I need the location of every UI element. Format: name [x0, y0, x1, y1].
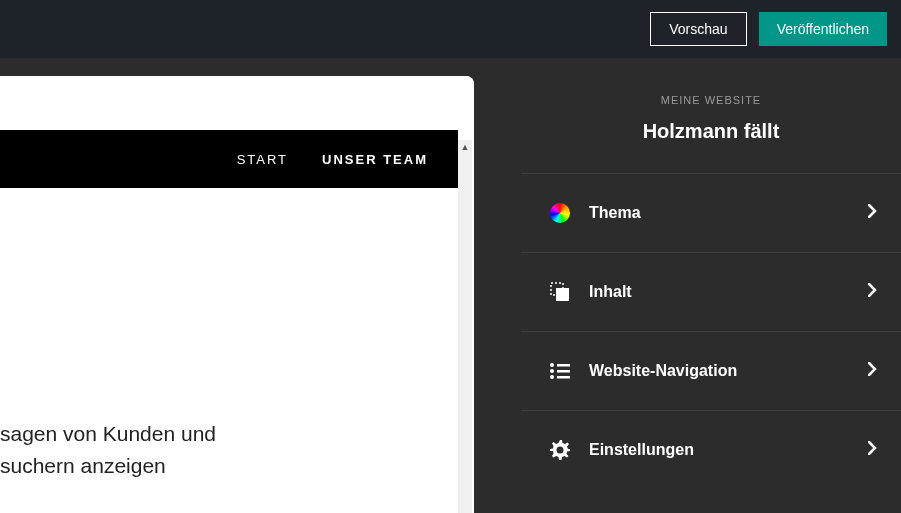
- sidebar-item-settings[interactable]: Einstellungen: [521, 410, 901, 489]
- svg-rect-3: [557, 364, 570, 367]
- preview-scrollbar[interactable]: ▲: [458, 140, 472, 513]
- sidebar-item-theme[interactable]: Thema: [521, 173, 901, 252]
- content-text-line: sagen von Kunden und: [0, 418, 474, 450]
- chevron-right-icon: [868, 204, 877, 222]
- chevron-right-icon: [868, 362, 877, 380]
- scroll-up-icon[interactable]: ▲: [458, 140, 472, 154]
- menu-label: Inhalt: [589, 283, 850, 301]
- site-preview-nav: START UNSER TEAM: [0, 130, 458, 188]
- publish-button[interactable]: Veröffentlichen: [759, 12, 887, 46]
- website-preview[interactable]: START UNSER TEAM sagen von Kunden und su…: [0, 76, 474, 513]
- website-title: Holzmann fällt: [541, 120, 881, 143]
- nav-team-link[interactable]: UNSER TEAM: [322, 152, 428, 167]
- site-preview-content: sagen von Kunden und suchern anzeigen: [0, 188, 474, 481]
- content-text-line: suchern anzeigen: [0, 450, 474, 482]
- top-bar: Vorschau Veröffentlichen: [0, 0, 901, 58]
- chevron-right-icon: [868, 283, 877, 301]
- menu-label: Website-Navigation: [589, 362, 850, 380]
- main-area: START UNSER TEAM sagen von Kunden und su…: [0, 58, 901, 513]
- svg-rect-7: [557, 376, 570, 379]
- gear-icon: [549, 439, 571, 461]
- content-icon: [549, 281, 571, 303]
- preview-zone: START UNSER TEAM sagen von Kunden und su…: [0, 58, 521, 513]
- sidebar-header: MEINE WEBSITE Holzmann fällt: [521, 58, 901, 173]
- svg-rect-1: [556, 288, 569, 301]
- color-wheel-icon: [549, 202, 571, 224]
- preview-button[interactable]: Vorschau: [650, 12, 746, 46]
- nav-start-link[interactable]: START: [237, 152, 288, 167]
- svg-point-4: [550, 369, 554, 373]
- svg-rect-5: [557, 370, 570, 373]
- sidebar-item-navigation[interactable]: Website-Navigation: [521, 331, 901, 410]
- menu-label: Thema: [589, 204, 850, 222]
- svg-point-6: [550, 375, 554, 379]
- list-icon: [549, 360, 571, 382]
- chevron-right-icon: [868, 441, 877, 459]
- editor-sidebar: MEINE WEBSITE Holzmann fällt Thema Inhal…: [521, 58, 901, 513]
- menu-label: Einstellungen: [589, 441, 850, 459]
- sidebar-item-content[interactable]: Inhalt: [521, 252, 901, 331]
- site-preview-header: [0, 76, 474, 130]
- svg-point-8: [557, 447, 564, 454]
- sidebar-eyebrow: MEINE WEBSITE: [541, 94, 881, 106]
- svg-point-2: [550, 363, 554, 367]
